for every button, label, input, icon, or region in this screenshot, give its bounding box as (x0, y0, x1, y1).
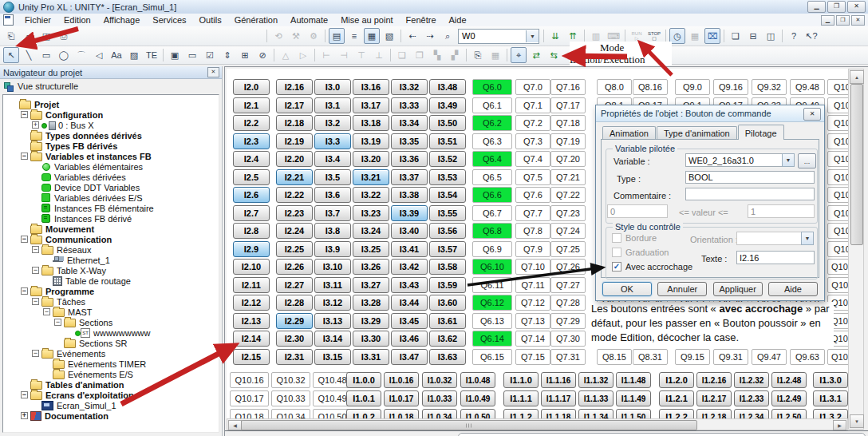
variable-combo-dropdown-icon[interactable]: ▼ (782, 153, 795, 167)
io-button-I3.6[interactable]: I3.6 (314, 187, 351, 203)
io-button-I1.2.33[interactable]: I1.2.33 (734, 390, 769, 406)
tab-animation[interactable]: Animation (602, 126, 656, 140)
text-field[interactable]: I2.16 (736, 251, 815, 264)
text-tool[interactable]: Aa (108, 47, 124, 63)
image-tool[interactable]: ▨ (126, 47, 142, 63)
tree-item-programme[interactable]: −Programme (3, 286, 219, 296)
io-button-I1.0.49[interactable]: I1.0.49 (460, 390, 495, 406)
tree-item-documentation[interactable]: +Documentation (3, 410, 219, 421)
menu-outils[interactable]: Outils (193, 14, 228, 26)
io-button-I1.1.33[interactable]: I1.1.33 (578, 390, 614, 406)
scroll-down-icon[interactable]: ▼ (850, 414, 864, 428)
dial-control[interactable]: ⊘ (254, 47, 270, 63)
io-button-I3.25[interactable]: I3.25 (353, 241, 389, 257)
select-tool[interactable]: ↖ (3, 47, 19, 63)
io-button-I3.39[interactable]: I3.39 (391, 205, 428, 221)
io-button-I3.5[interactable]: I3.5 (314, 169, 351, 185)
menu-fichier[interactable]: Fichier (18, 14, 57, 26)
screens-view-icon[interactable]: ▧ (381, 28, 397, 44)
io-button-I3.55[interactable]: I3.55 (429, 205, 466, 221)
io-button-I1.0.17[interactable]: I1.0.17 (384, 390, 419, 406)
ellipse-tool[interactable]: ◯ (56, 47, 72, 63)
simulator-icon[interactable]: ⌧ (704, 28, 720, 44)
io-button-I1.0.2[interactable]: I1.0.2 (346, 409, 381, 418)
io-button-I1.1.49[interactable]: I1.1.49 (616, 390, 651, 406)
io-button-I1.2.16[interactable]: I1.2.16 (696, 372, 732, 388)
io-button-I3.41[interactable]: I3.41 (391, 241, 428, 257)
io-button-I3.18[interactable]: I3.18 (353, 115, 389, 131)
tree-item-ev-nements-timer[interactable]: Evénements TIMER (3, 359, 219, 369)
reorder-icon[interactable]: ⇄ (528, 47, 544, 63)
command-button-control[interactable]: ▣ (167, 47, 183, 63)
io-button-I3.57[interactable]: I3.57 (429, 241, 466, 257)
io-button-I1.1.18[interactable]: I1.1.18 (541, 409, 576, 418)
tree-item-sections[interactable]: −Sections (3, 317, 219, 327)
io-button-I3.58[interactable]: I3.58 (429, 259, 466, 275)
scroll-left-icon[interactable]: ◀ (228, 420, 242, 430)
expander-icon[interactable]: − (43, 308, 50, 315)
tree-item-variables-l-mentaires[interactable]: Variables élémentaires (3, 161, 219, 172)
scale-control[interactable]: ⊞ (237, 47, 253, 63)
io-button-I1.1.50[interactable]: I1.1.50 (616, 409, 651, 418)
io-button-I3.1[interactable]: I3.1 (314, 97, 351, 113)
pc-to-plc-icon[interactable]: ⇊ (547, 28, 563, 44)
io-button-I3.2[interactable]: I3.2 (314, 115, 351, 131)
io-button-I1.0.0[interactable]: I1.0.0 (346, 372, 381, 388)
io-button-I2.2[interactable]: I2.2 (233, 115, 270, 131)
animation-clock-icon[interactable]: ◷ (669, 28, 685, 44)
apply-button[interactable]: Appliquer (713, 282, 763, 296)
io-button-I3.59[interactable]: I3.59 (429, 277, 466, 293)
io-button-I3.23[interactable]: I3.23 (353, 205, 389, 221)
io-button-I3.45[interactable]: I3.45 (391, 313, 428, 329)
io-button-I1.1.0[interactable]: I1.1.0 (503, 372, 539, 388)
io-button-I3.49[interactable]: I3.49 (429, 97, 466, 113)
tree-item-ecrans-d-exploitation[interactable]: −Ecrans d'exploitation (3, 390, 219, 400)
io-button-I1.2.2[interactable]: I1.2.2 (659, 409, 694, 418)
menu-mise-au-point[interactable]: Mise au point (334, 14, 399, 26)
search-next-icon[interactable]: ⇢ (422, 28, 438, 44)
vertical-scroll-thumb[interactable] (850, 84, 863, 245)
expander-icon[interactable]: − (32, 350, 39, 357)
restore-button[interactable]: ❐ (827, 1, 846, 13)
mdi-restore-button[interactable]: ❐ (836, 15, 850, 26)
expander-icon[interactable]: − (21, 111, 28, 118)
save-icon[interactable]: ◫ (38, 28, 54, 44)
io-button-I2.0[interactable]: I2.0 (233, 79, 270, 95)
io-button-I3.34[interactable]: I3.34 (391, 115, 428, 131)
tile-horizontal-icon[interactable]: ⊟ (745, 28, 761, 44)
help-icon[interactable]: ? (786, 28, 802, 44)
io-button-I2.10[interactable]: I2.10 (233, 259, 270, 275)
spin-control[interactable]: ⇕ (219, 47, 235, 63)
io-button-I1.1.16[interactable]: I1.1.16 (541, 372, 576, 388)
io-button-I3.22[interactable]: I3.22 (353, 187, 389, 203)
io-button-I3.53[interactable]: I3.53 (429, 169, 466, 185)
io-button-I3.44[interactable]: I3.44 (391, 295, 428, 311)
tree-item-ev-nements[interactable]: −Evénements (3, 348, 219, 359)
tree-item-variables-d-riv-es[interactable]: Variables dérivées (3, 172, 219, 182)
tab-pilotage[interactable]: Pilotage (738, 125, 784, 140)
structure-view-icon[interactable]: ≡ (346, 28, 362, 44)
io-button-I3.24[interactable]: I3.24 (353, 223, 389, 239)
variable-combo[interactable]: WE0_2_16a31.0 (685, 153, 783, 167)
tree-item-types-donn-es-d-riv-s[interactable]: Types données dérivés (3, 130, 219, 141)
paste-icon[interactable]: ⎗ (3, 28, 19, 44)
minimize-button[interactable]: ▁ (807, 1, 826, 13)
io-button-I2.15[interactable]: I2.15 (233, 349, 270, 365)
open-icon[interactable]: ▱ (21, 28, 37, 44)
io-button-I3.60[interactable]: I3.60 (429, 295, 466, 311)
io-button-I1.3.2[interactable]: I1.3.2 (813, 409, 848, 418)
io-button-I3.48[interactable]: I3.48 (429, 79, 466, 95)
checkbox-control[interactable]: ☑ (202, 47, 218, 63)
io-button-I3.20[interactable]: I3.20 (353, 151, 389, 167)
tile-vertical-icon[interactable]: ◫ (763, 28, 779, 44)
io-button-I1.0.18[interactable]: I1.0.18 (384, 409, 419, 418)
cascade-windows-icon[interactable]: ❏ (728, 28, 744, 44)
horizontal-scrollbar[interactable]: ◀ ▶ (227, 418, 848, 430)
tree-item-projet[interactable]: Projet (3, 99, 219, 109)
io-button-I3.54[interactable]: I3.54 (429, 187, 466, 203)
io-button-I1.0.32[interactable]: I1.0.32 (422, 372, 457, 388)
io-button-I3.29[interactable]: I3.29 (353, 313, 389, 329)
reassign-icon[interactable]: ⇆ (546, 47, 562, 63)
io-button-I3.4[interactable]: I3.4 (314, 151, 351, 167)
io-button-I3.43[interactable]: I3.43 (391, 277, 428, 293)
